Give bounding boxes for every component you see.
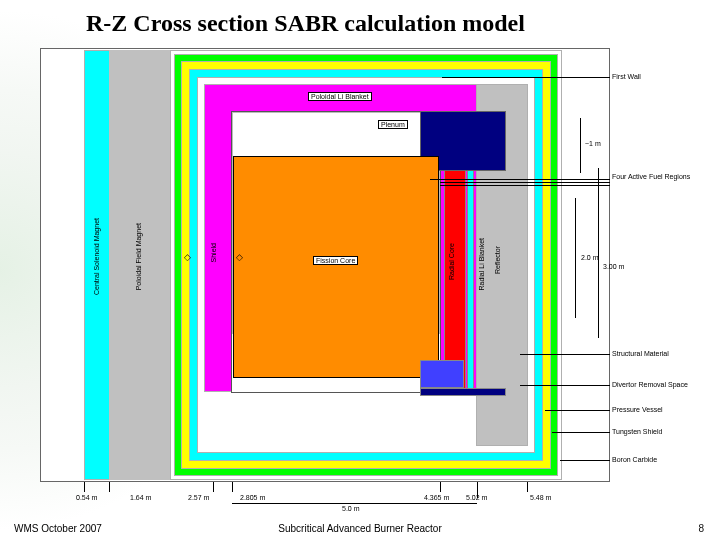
dim-bottom-line	[232, 503, 477, 504]
lower-blue-strip	[420, 388, 506, 396]
tick-3	[213, 482, 214, 492]
tick-7	[527, 482, 528, 492]
leader-fuel-3	[440, 185, 610, 186]
label-poloidal: Poloidal Field Magnet	[135, 223, 142, 290]
label-fuel-regions: Four Active Fuel Regions	[612, 173, 690, 180]
label-fission-core: Fission Core	[313, 256, 358, 265]
dim-d6: 5.02 m	[466, 494, 487, 501]
dim-d1: 0.54 m	[76, 494, 97, 501]
label-first-wall: First Wall	[612, 73, 641, 80]
marker-left2: ◇	[236, 252, 243, 262]
dim-h2-line	[575, 198, 576, 318]
leader-first-wall	[442, 77, 610, 78]
lower-blue-block	[420, 360, 464, 388]
slide-number: 8	[698, 523, 704, 534]
dim-d4: 2.805 m	[240, 494, 265, 501]
leader-pressure	[545, 410, 610, 411]
reactor-diagram: Central Solenoid Magnet Poloidal Field M…	[40, 48, 660, 508]
label-radial-li: Radial Li Blanket	[478, 238, 485, 291]
footer-left: WMS October 2007	[14, 523, 102, 534]
leader-divertor	[520, 385, 610, 386]
label-shield: Shield	[210, 243, 217, 262]
label-central-solenoid: Central Solenoid Magnet	[93, 218, 100, 295]
dim-d2: 1.64 m	[130, 494, 151, 501]
label-radial-core: Radial Core	[448, 243, 455, 280]
label-structural: Structural Material	[612, 350, 669, 357]
dim-h1-line	[580, 118, 581, 173]
dim-h1: ~1 m	[585, 140, 601, 147]
leader-structural	[520, 354, 610, 355]
leader-fuel-2	[440, 182, 610, 183]
dim-d5: 4.365 m	[424, 494, 449, 501]
label-pressure-vessel: Pressure Vessel	[612, 406, 663, 413]
dim-h3: 3.00 m	[603, 263, 624, 270]
leader-tungsten	[552, 432, 610, 433]
label-reflector: Reflector	[494, 246, 501, 274]
footer-center: Subcritical Advanced Burner Reactor	[278, 523, 441, 534]
tick-4	[232, 482, 233, 492]
dim-d3: 2.57 m	[188, 494, 209, 501]
dim-h2: 2.0 m	[581, 254, 599, 261]
label-poloidal-li: Poloidal Li Blanket	[308, 92, 372, 101]
fission-core-layer	[233, 156, 439, 378]
leader-fuel-1	[430, 179, 610, 180]
slide-title: R-Z Cross section SABR calculation model	[86, 10, 525, 37]
dim-bottom: 5.0 m	[342, 505, 360, 512]
dim-d7: 5.48 m	[530, 494, 551, 501]
tick-1	[84, 482, 85, 492]
label-plenum: Plenum	[378, 120, 408, 129]
tick-5	[440, 482, 441, 492]
label-boron: Boron Carbide	[612, 456, 657, 463]
label-tungsten: Tungsten Shield	[612, 428, 662, 435]
tick-2	[109, 482, 110, 492]
dim-h3-line	[598, 168, 599, 338]
leader-boron	[560, 460, 610, 461]
label-divertor: Divertor Removal Space	[612, 381, 688, 388]
marker-left: ◇	[184, 252, 191, 262]
